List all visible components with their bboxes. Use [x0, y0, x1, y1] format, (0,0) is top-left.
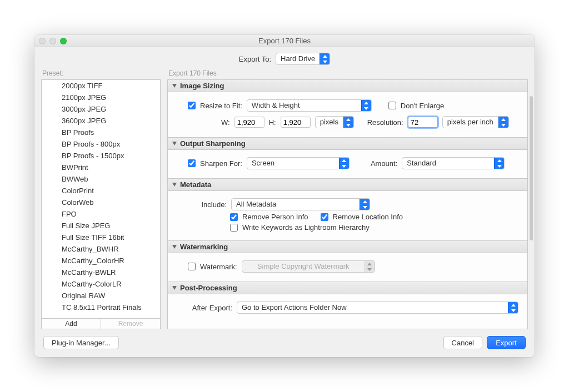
- metadata-include-label: Include:: [177, 200, 227, 209]
- remove-person-label: Remove Person Info: [242, 213, 308, 221]
- minimize-icon[interactable]: [49, 38, 56, 44]
- preset-item[interactable]: McCarthy-BWLR: [42, 267, 160, 278]
- preset-item[interactable]: McCarthy_ColorHR: [42, 255, 160, 267]
- select-stepper-icon: [343, 117, 353, 128]
- resize-mode-select[interactable]: Width & Height: [247, 99, 372, 112]
- section-title: Metadata: [180, 180, 211, 189]
- zoom-icon[interactable]: [60, 38, 67, 44]
- main-sublabel: Export 170 Files: [167, 69, 528, 79]
- resize-to-fit-checkbox[interactable]: [188, 102, 196, 109]
- preset-item[interactable]: Original RAW: [42, 290, 160, 301]
- watermark-label: Watermark:: [200, 263, 237, 271]
- select-stepper-icon: [365, 261, 375, 272]
- preset-add-button[interactable]: Add: [41, 318, 101, 329]
- select-stepper-icon: [508, 302, 518, 313]
- remove-person-checkbox[interactable]: [230, 213, 238, 221]
- preset-item[interactable]: Full Size JPEG: [42, 220, 160, 232]
- preset-item[interactable]: McCarthy-ColorLR: [42, 278, 160, 290]
- cancel-button[interactable]: Cancel: [443, 336, 482, 349]
- scrollbar-thumb[interactable]: [530, 96, 533, 240]
- disclosure-triangle-icon: [172, 183, 177, 187]
- height-label: H:: [269, 118, 276, 127]
- select-stepper-icon: [494, 158, 504, 169]
- dont-enlarge-label: Don't Enlarge: [401, 102, 444, 110]
- disclosure-triangle-icon: [172, 286, 177, 290]
- watermark-checkbox[interactable]: [188, 263, 196, 270]
- preset-item[interactable]: BP Proofs: [42, 127, 160, 138]
- write-keywords-checkbox[interactable]: [230, 224, 238, 232]
- export-to-value: Hard Drive: [276, 53, 320, 64]
- preset-item[interactable]: ColorPrint: [42, 185, 160, 197]
- titlebar: Export 170 Files: [34, 35, 535, 47]
- sharpen-amount-label: Amount:: [371, 159, 397, 168]
- preset-item[interactable]: BWPrint: [42, 162, 160, 173]
- preset-list[interactable]: 2000px TIFF2100px JPEG3000px JPEG3600px …: [41, 79, 161, 319]
- export-to-label: Export To:: [239, 55, 271, 63]
- preset-item[interactable]: 3600px JPEG: [42, 115, 160, 127]
- preset-item[interactable]: BWWeb: [42, 173, 160, 185]
- export-dialog: Export 170 Files Export To: Hard Drive P…: [34, 35, 535, 357]
- section-metadata[interactable]: Metadata: [168, 178, 527, 191]
- section-watermarking[interactable]: Watermarking: [168, 240, 527, 253]
- height-input[interactable]: [281, 117, 311, 128]
- select-stepper-icon: [320, 53, 330, 64]
- preset-item[interactable]: FPO: [42, 208, 160, 220]
- preset-item[interactable]: Full Size TIFF 16bit: [42, 232, 160, 243]
- disclosure-triangle-icon: [172, 245, 177, 249]
- select-stepper-icon: [339, 158, 349, 169]
- preset-label: Preset:: [41, 69, 161, 79]
- section-title: Watermarking: [180, 243, 228, 251]
- after-export-select[interactable]: Go to Export Actions Folder Now: [237, 301, 518, 314]
- section-post-processing[interactable]: Post-Processing: [168, 282, 527, 294]
- preset-remove-button: Remove: [101, 318, 161, 329]
- write-keywords-label: Write Keywords as Lightroom Hierarchy: [242, 223, 370, 232]
- preset-item[interactable]: McCarthy_BWHR: [42, 243, 160, 255]
- preset-item[interactable]: BP Proofs - 1500px: [42, 150, 160, 162]
- select-stepper-icon: [361, 100, 371, 111]
- close-icon[interactable]: [39, 38, 46, 44]
- resolution-input[interactable]: [408, 117, 438, 128]
- scrollbar[interactable]: [529, 79, 533, 318]
- metadata-include-select[interactable]: All Metadata: [231, 198, 370, 210]
- resolution-unit-select[interactable]: pixels per inch: [442, 116, 509, 128]
- preset-item[interactable]: ColorWeb: [42, 197, 160, 208]
- section-output-sharpening[interactable]: Output Sharpening: [168, 137, 527, 150]
- dont-enlarge-checkbox[interactable]: [388, 102, 396, 109]
- resolution-label: Resolution:: [367, 118, 403, 127]
- after-export-label: After Export:: [177, 304, 232, 312]
- export-to-select[interactable]: Hard Drive: [276, 53, 330, 65]
- sharpen-target-select[interactable]: Screen: [247, 157, 350, 169]
- sharpen-amount-select[interactable]: Standard: [402, 157, 505, 169]
- preset-item[interactable]: BP Proofs - 800px: [42, 138, 160, 150]
- settings-panels: Image Sizing Resize to Fit: Width & Heig…: [167, 79, 528, 329]
- section-title: Post-Processing: [180, 284, 237, 292]
- preset-item[interactable]: 3000px JPEG: [42, 103, 160, 115]
- width-input[interactable]: [234, 117, 264, 128]
- preset-item[interactable]: TC 8.5x11 Portrait Finals: [42, 301, 160, 313]
- resize-to-fit-label: Resize to Fit:: [200, 102, 242, 110]
- size-unit-select[interactable]: pixels: [315, 116, 354, 128]
- watermark-select: Simple Copyright Watermark: [242, 260, 375, 273]
- remove-location-label: Remove Location Info: [333, 213, 403, 221]
- sharpen-for-checkbox[interactable]: [188, 159, 196, 167]
- disclosure-triangle-icon: [172, 84, 177, 88]
- preset-item[interactable]: 2100px JPEG: [42, 92, 160, 103]
- disclosure-triangle-icon: [172, 142, 177, 145]
- select-stepper-icon: [360, 199, 370, 210]
- remove-location-checkbox[interactable]: [321, 213, 328, 221]
- section-title: Image Sizing: [180, 82, 224, 90]
- sharpen-for-label: Sharpen For:: [200, 159, 242, 168]
- window-title: Export 170 Files: [34, 37, 535, 45]
- width-label: W:: [221, 118, 230, 127]
- preset-item[interactable]: 2000px TIFF: [42, 80, 160, 92]
- select-stepper-icon: [498, 117, 508, 128]
- section-image-sizing[interactable]: Image Sizing: [168, 80, 527, 92]
- export-button[interactable]: Export: [487, 336, 526, 349]
- plugin-manager-button[interactable]: Plug-in Manager...: [43, 336, 119, 349]
- section-title: Output Sharpening: [180, 139, 246, 148]
